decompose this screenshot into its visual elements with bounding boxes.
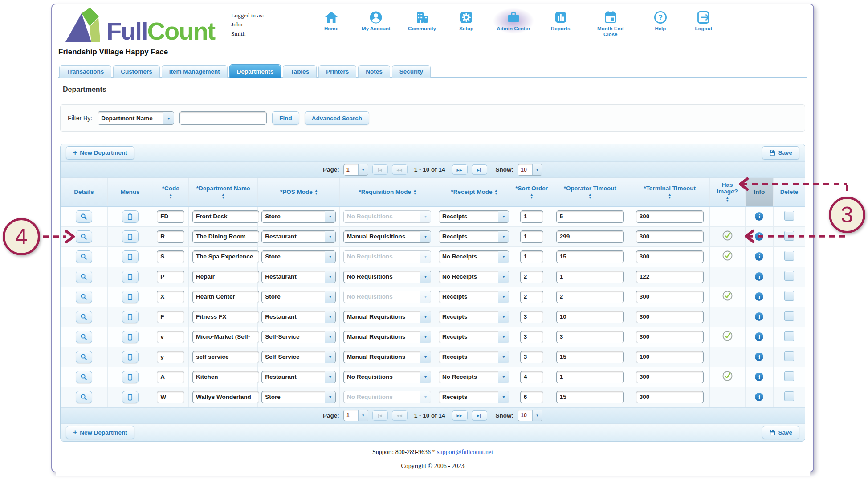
receipt-mode-select[interactable]: Receipts▾ bbox=[439, 230, 509, 243]
column-header-code[interactable]: *Code▴▾ bbox=[153, 178, 188, 206]
filter-search-input[interactable] bbox=[179, 111, 267, 125]
department-name-input[interactable] bbox=[192, 391, 259, 403]
chevron-down-icon[interactable]: ▾ bbox=[498, 351, 509, 363]
code-input[interactable] bbox=[157, 331, 184, 343]
department-name-input[interactable] bbox=[192, 311, 259, 323]
chevron-down-icon[interactable]: ▾ bbox=[498, 271, 509, 283]
details-button[interactable] bbox=[76, 351, 92, 363]
terminal-timeout-input[interactable] bbox=[636, 331, 704, 343]
terminal-timeout-input[interactable] bbox=[636, 230, 704, 243]
details-button[interactable] bbox=[76, 331, 92, 343]
info-icon[interactable]: i bbox=[755, 353, 763, 361]
chevron-down-icon[interactable]: ▾ bbox=[498, 211, 509, 222]
operator-timeout-input[interactable] bbox=[556, 351, 624, 363]
details-button[interactable] bbox=[76, 271, 92, 283]
menus-button[interactable] bbox=[122, 331, 139, 343]
details-button[interactable] bbox=[76, 210, 92, 223]
pos-mode-select[interactable]: Restaurant▾ bbox=[261, 371, 336, 383]
menus-button[interactable] bbox=[122, 371, 139, 383]
info-icon[interactable]: i bbox=[755, 212, 763, 221]
pos-mode-select[interactable]: Restaurant▾ bbox=[261, 230, 336, 243]
column-header-terminal-timeout[interactable]: *Terminal Timeout▴▾ bbox=[630, 178, 709, 206]
nav-item-reports[interactable]: Reports bbox=[544, 8, 577, 34]
filter-field-select[interactable]: Department Name ▾ bbox=[98, 111, 174, 125]
terminal-timeout-input[interactable] bbox=[636, 250, 704, 263]
first-page-button[interactable]: |◂ bbox=[372, 164, 388, 175]
nav-item-month-end-close[interactable]: Month End Close bbox=[587, 8, 634, 40]
new-department-button[interactable]: + New Department bbox=[66, 426, 134, 439]
operator-timeout-input[interactable] bbox=[556, 331, 624, 343]
details-button[interactable] bbox=[76, 311, 92, 323]
tab-customers[interactable]: Customers bbox=[113, 65, 160, 78]
new-department-button[interactable]: + New Department bbox=[66, 146, 134, 160]
delete-checkbox[interactable] bbox=[784, 371, 794, 381]
terminal-timeout-input[interactable] bbox=[636, 351, 704, 363]
receipt-mode-select[interactable]: No Receipts▾ bbox=[439, 250, 509, 263]
column-header-department-name[interactable]: *Department Name▴▾ bbox=[188, 178, 257, 206]
sort-order-input[interactable] bbox=[520, 351, 543, 363]
sort-order-input[interactable] bbox=[520, 291, 543, 303]
receipt-mode-select[interactable]: Receipts▾ bbox=[439, 291, 509, 303]
sort-arrows-icon[interactable]: ▴▾ bbox=[190, 193, 256, 199]
advanced-search-button[interactable]: Advanced Search bbox=[305, 111, 369, 125]
code-input[interactable] bbox=[157, 271, 184, 283]
code-input[interactable] bbox=[157, 371, 184, 383]
menus-button[interactable] bbox=[122, 291, 139, 303]
last-page-button[interactable]: ▸| bbox=[472, 164, 487, 175]
delete-checkbox[interactable] bbox=[784, 251, 794, 261]
department-name-input[interactable] bbox=[192, 351, 259, 363]
tab-notes[interactable]: Notes bbox=[358, 65, 390, 78]
last-page-button[interactable]: ▸| bbox=[472, 410, 487, 421]
delete-checkbox[interactable] bbox=[784, 231, 794, 241]
column-header-operator-timeout[interactable]: *Operator Timeout▴▾ bbox=[550, 178, 630, 206]
page-select[interactable]: 1 ▾ bbox=[343, 410, 368, 421]
terminal-timeout-input[interactable] bbox=[636, 391, 704, 403]
sort-arrows-icon[interactable]: ▴▾ bbox=[552, 193, 628, 199]
delete-checkbox[interactable] bbox=[784, 271, 794, 281]
chevron-down-icon[interactable]: ▾ bbox=[420, 271, 431, 283]
column-header-sort-order[interactable]: *Sort Order▴▾ bbox=[513, 178, 550, 206]
sort-arrows-icon[interactable]: ▴▾ bbox=[414, 189, 416, 195]
operator-timeout-input[interactable] bbox=[556, 271, 624, 283]
details-button[interactable] bbox=[76, 391, 92, 403]
next-page-button[interactable]: ▸▸ bbox=[452, 410, 468, 421]
menus-button[interactable] bbox=[122, 351, 139, 363]
chevron-down-icon[interactable]: ▾ bbox=[420, 351, 431, 363]
operator-timeout-input[interactable] bbox=[556, 311, 624, 323]
info-icon[interactable]: i bbox=[755, 332, 763, 341]
pos-mode-select[interactable]: Restaurant▾ bbox=[261, 311, 336, 323]
chevron-down-icon[interactable]: ▾ bbox=[325, 391, 335, 403]
info-icon[interactable]: i bbox=[755, 393, 763, 401]
info-icon[interactable]: i bbox=[755, 312, 763, 321]
chevron-down-icon[interactable]: ▾ bbox=[325, 231, 335, 242]
info-icon[interactable]: i bbox=[755, 272, 763, 281]
chevron-down-icon[interactable]: ▾ bbox=[498, 231, 509, 242]
sort-arrows-icon[interactable]: ▴▾ bbox=[514, 193, 549, 199]
previous-page-button[interactable]: ◂◂ bbox=[392, 410, 408, 421]
department-name-input[interactable] bbox=[192, 331, 259, 343]
previous-page-button[interactable]: ◂◂ bbox=[392, 164, 408, 175]
pos-mode-select[interactable]: Store▾ bbox=[261, 391, 336, 403]
code-input[interactable] bbox=[157, 311, 184, 323]
sort-arrows-icon[interactable]: ▴▾ bbox=[315, 189, 318, 195]
sort-order-input[interactable] bbox=[520, 371, 543, 383]
chevron-down-icon[interactable]: ▾ bbox=[420, 231, 431, 242]
menus-button[interactable] bbox=[122, 250, 139, 263]
terminal-timeout-input[interactable] bbox=[636, 291, 704, 303]
requisition-mode-select[interactable]: No Requisitions▾ bbox=[343, 271, 431, 283]
chevron-down-icon[interactable]: ▾ bbox=[420, 371, 431, 383]
receipt-mode-select[interactable]: Receipts▾ bbox=[439, 351, 509, 363]
chevron-down-icon[interactable]: ▾ bbox=[325, 331, 335, 343]
department-name-input[interactable] bbox=[192, 371, 259, 383]
operator-timeout-input[interactable] bbox=[556, 391, 624, 403]
receipt-mode-select[interactable]: Receipts▾ bbox=[439, 311, 509, 323]
chevron-down-icon[interactable]: ▾ bbox=[498, 391, 509, 403]
chevron-down-icon[interactable]: ▾ bbox=[325, 271, 335, 283]
code-input[interactable] bbox=[157, 391, 184, 403]
next-page-button[interactable]: ▸▸ bbox=[452, 164, 468, 175]
operator-timeout-input[interactable] bbox=[556, 291, 624, 303]
pos-mode-select[interactable]: Store▾ bbox=[261, 210, 336, 223]
operator-timeout-input[interactable] bbox=[556, 371, 624, 383]
chevron-down-icon[interactable]: ▾ bbox=[358, 164, 368, 175]
menus-button[interactable] bbox=[122, 311, 139, 323]
